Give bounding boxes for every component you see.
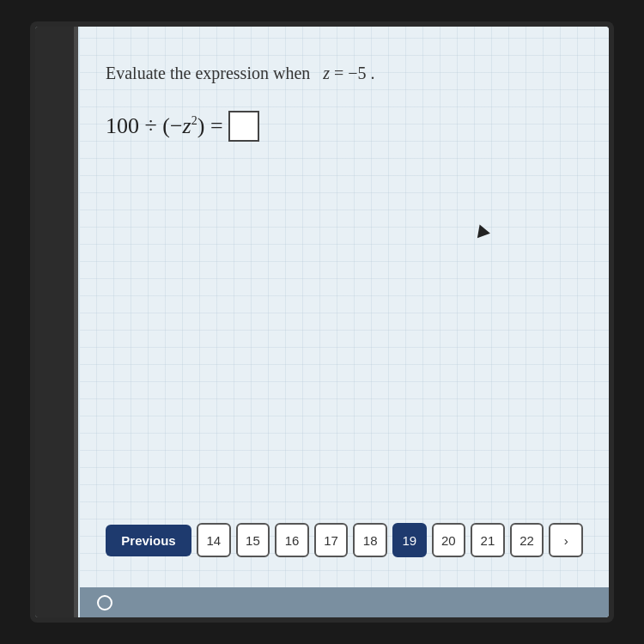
answer-box[interactable] [228, 111, 259, 142]
page-btn-17[interactable]: 17 [314, 523, 349, 557]
pagination-bar: Previous 14 15 16 17 18 19 20 21 22 › [106, 514, 583, 570]
page-btn-15[interactable]: 15 [236, 523, 270, 557]
bottom-circle-icon [97, 595, 112, 611]
page-btn-next[interactable]: › [549, 523, 583, 557]
expression-main: 100 ÷ (−z2) = [106, 113, 223, 139]
left-bar-inner [35, 27, 74, 617]
page-btn-21[interactable]: 21 [471, 523, 505, 557]
left-bar [35, 27, 78, 617]
page-btn-20[interactable]: 20 [432, 523, 466, 557]
problem-intro: Evaluate the expression when [106, 64, 310, 82]
page-btn-18[interactable]: 18 [353, 523, 387, 557]
expression-line: 100 ÷ (−z2) = [106, 111, 583, 142]
page-btn-16[interactable]: 16 [275, 523, 309, 557]
spacer [106, 159, 583, 514]
screen-bezel: Evaluate the expression when z = −5 . 10… [30, 21, 614, 623]
main-area: Evaluate the expression when z = −5 . 10… [80, 27, 609, 587]
page-btn-19[interactable]: 19 [392, 523, 427, 557]
screen-content: Evaluate the expression when z = −5 . 10… [35, 27, 609, 617]
bottom-bar [80, 587, 609, 617]
previous-button[interactable]: Previous [106, 525, 191, 556]
problem-statement: Evaluate the expression when z = −5 . [106, 61, 583, 85]
variable-label: z = −5 . [323, 64, 374, 82]
page-btn-14[interactable]: 14 [197, 523, 231, 557]
page-btn-22[interactable]: 22 [510, 523, 544, 557]
